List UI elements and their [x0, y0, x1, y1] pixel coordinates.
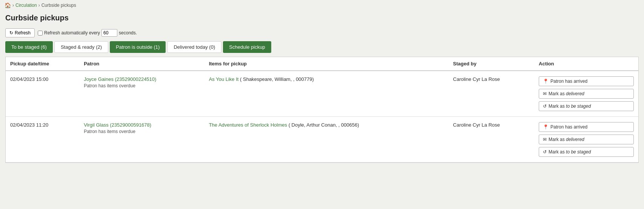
breadcrumb: 🏠 › Circulation › Curbside pickups [0, 0, 644, 11]
table-row: 02/04/2023 11:20 Virgil Glass (235290005… [6, 117, 638, 163]
items-cell: As You Like It ( Shakespeare, William, ,… [204, 71, 449, 117]
mark-to-be-staged-1-button[interactable]: ↺Mark as to be staged [539, 101, 634, 111]
tab-delivered-today[interactable]: Delivered today (0) [167, 41, 221, 53]
staged-by: Caroline Cyr La Rose [453, 122, 500, 128]
staged-by-cell: Caroline Cyr La Rose [449, 71, 534, 117]
mark-delivered-1-button[interactable]: ✉Mark as delivered [539, 89, 634, 99]
action-icon: 📍 [543, 79, 549, 84]
item-link[interactable]: As You Like It [209, 76, 239, 82]
action-cell: 📍Patron has arrived✉Mark as delivered↺Ma… [534, 117, 638, 163]
col-items: Items for pickup [204, 57, 449, 71]
mark-delivered-2-button[interactable]: ✉Mark as delivered [539, 135, 634, 144]
pickups-table: Pickup date/time Patron Items for pickup… [6, 57, 638, 163]
refresh-label: Refresh [15, 30, 31, 36]
patron-arrived-1-button[interactable]: 📍Patron has arrived [539, 76, 634, 86]
page-title: Curbside pickups [0, 11, 644, 26]
tab-staged-ready[interactable]: Staged & ready (2) [54, 41, 108, 53]
toolbar: ↻ Refresh Refresh automatically every se… [0, 26, 644, 41]
auto-refresh-checkbox[interactable] [38, 31, 43, 36]
col-staged-by: Staged by [449, 57, 534, 71]
action-label: Patron has arrived [550, 79, 587, 84]
patron-overdue-note: Patron has items overdue [84, 129, 200, 134]
patron-overdue-note: Patron has items overdue [84, 83, 200, 88]
pickup-date-cell: 02/04/2023 15:00 [6, 71, 79, 117]
tab-schedule-pickup[interactable]: Schedule pickup [223, 41, 271, 53]
tab-to-be-staged[interactable]: To be staged (6) [5, 41, 53, 53]
patron-cell: Virgil Glass (23529000591678) Patron has… [79, 117, 204, 163]
auto-refresh-label: Refresh automatically every seconds. [38, 29, 137, 37]
table-row: 02/04/2023 15:00 Joyce Gaines (235290002… [6, 71, 638, 117]
pickup-date-cell: 02/04/2023 11:20 [6, 117, 79, 163]
action-label: Mark as to be staged [549, 104, 591, 109]
action-icon: ✉ [543, 91, 547, 96]
breadcrumb-circulation[interactable]: Circulation [15, 3, 37, 8]
patron-arrived-2-button[interactable]: 📍Patron has arrived [539, 122, 634, 132]
auto-refresh-before: Refresh automatically every [44, 30, 100, 36]
item-details: ( Doyle, Arthur Conan, , 000656) [287, 122, 359, 128]
action-label: Mark as delivered [549, 137, 584, 142]
action-icon: 📍 [543, 124, 549, 130]
staged-by-cell: Caroline Cyr La Rose [449, 117, 534, 163]
pickup-date: 02/04/2023 11:20 [10, 122, 48, 128]
action-label: Mark as to be staged [549, 149, 591, 155]
col-action: Action [534, 57, 638, 71]
refresh-icon: ↻ [9, 30, 13, 36]
patron-link[interactable]: Joyce Gaines (23529000224510) [84, 76, 156, 82]
patron-cell: Joyce Gaines (23529000224510) Patron has… [79, 71, 204, 117]
mark-to-be-staged-2-button[interactable]: ↺Mark as to be staged [539, 147, 634, 157]
col-patron: Patron [79, 57, 204, 71]
items-cell: The Adventures of Sherlock Holmes ( Doyl… [204, 117, 449, 163]
auto-refresh-input[interactable] [101, 29, 117, 37]
auto-refresh-after: seconds. [119, 30, 137, 36]
item-details: ( Shakespeare, William, , 000779) [238, 76, 314, 82]
action-cell: 📍Patron has arrived✉Mark as delivered↺Ma… [534, 71, 638, 117]
action-label: Mark as delivered [549, 91, 584, 96]
pickup-date: 02/04/2023 15:00 [10, 76, 48, 82]
action-label: Patron has arrived [550, 124, 587, 130]
tab-bar: To be staged (6) Staged & ready (2) Patr… [0, 41, 644, 53]
table-header-row: Pickup date/time Patron Items for pickup… [6, 57, 638, 71]
tab-patron-outside[interactable]: Patron is outside (1) [110, 41, 166, 53]
refresh-button[interactable]: ↻ Refresh [5, 28, 35, 37]
breadcrumb-sep-1: › [12, 3, 14, 8]
item-link[interactable]: The Adventures of Sherlock Holmes [209, 122, 287, 128]
patron-link[interactable]: Virgil Glass (23529000591678) [84, 122, 151, 128]
breadcrumb-current: Curbside pickups [41, 3, 76, 8]
action-icon: ✉ [543, 137, 547, 142]
action-icon: ↺ [543, 149, 547, 155]
action-icon: ↺ [543, 104, 547, 109]
breadcrumb-sep-2: › [38, 3, 40, 8]
col-pickup-date: Pickup date/time [6, 57, 79, 71]
pickups-table-wrapper: Pickup date/time Patron Items for pickup… [5, 57, 639, 163]
staged-by: Caroline Cyr La Rose [453, 76, 500, 82]
home-icon[interactable]: 🏠 [5, 2, 11, 8]
